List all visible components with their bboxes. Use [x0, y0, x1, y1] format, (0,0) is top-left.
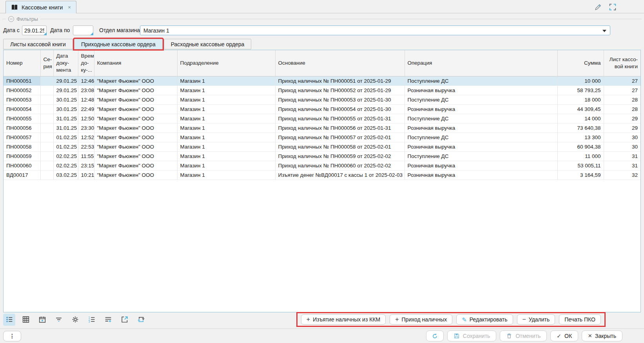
open-external-icon[interactable]	[118, 314, 131, 326]
edit-button[interactable]: ✎ Редактировать	[456, 314, 513, 325]
cell-company: "Маркет Фьюжен" ООО	[94, 123, 177, 132]
cell-company: "Маркет Фьюжен" ООО	[94, 104, 177, 114]
refresh-icon	[432, 333, 438, 339]
cell-company: "Маркет Фьюжен" ООО	[94, 95, 177, 104]
cell-department: Магазин 1	[177, 170, 275, 180]
cell-cashbook_sheet: 29	[604, 114, 640, 123]
cell-series	[40, 95, 53, 104]
close-button[interactable]: × Закрыть	[582, 330, 622, 341]
cell-amount: 13 300	[557, 132, 604, 142]
column-header-number[interactable]: Номер	[4, 50, 40, 76]
cell-cashbook_sheet: 28	[604, 104, 640, 114]
cell-department: Магазин 1	[177, 151, 275, 161]
cell-cashbook_sheet: 30	[604, 132, 640, 142]
cell-doc_time: 22:53	[78, 142, 94, 151]
cell-doc_time: 10:21	[78, 170, 94, 180]
more-menu-button[interactable]: ⋮	[3, 331, 21, 341]
date-to-corner-handle	[90, 32, 93, 35]
print-pko-button[interactable]: Печать ПКО	[559, 314, 601, 325]
table-row[interactable]: ПН00006002.02.2523:15"Маркет Фьюжен" ООО…	[4, 161, 640, 170]
plus-icon: +	[307, 316, 310, 323]
column-header-doc-date[interactable]: Дата доку- мента	[53, 50, 78, 76]
tab-close-icon[interactable]: ×	[68, 4, 71, 10]
cell-amount: 14 000	[557, 114, 604, 123]
cash-income-button[interactable]: + Приход наличных	[390, 314, 452, 325]
filters-group-header: Фильтры	[2, 16, 642, 22]
date-from-input[interactable]	[22, 25, 47, 35]
cancel-button[interactable]: Отменить	[500, 330, 547, 341]
cell-operation: Розничная выручка	[405, 123, 557, 132]
cell-operation: Поступление ДС	[405, 95, 557, 104]
table-row[interactable]: ПН00005229.01.2523:08"Маркет Фьюжен" ООО…	[4, 85, 640, 95]
refresh-button[interactable]	[426, 330, 444, 341]
column-header-company[interactable]: Компания	[94, 50, 177, 76]
book-icon	[11, 4, 18, 11]
cell-cashbook_sheet: 27	[604, 85, 640, 95]
table-row[interactable]: ПН00005330.01.2512:48"Маркет Фьюжен" ООО…	[4, 95, 640, 104]
edit-pencil-icon[interactable]	[594, 3, 602, 11]
cell-doc_time: 11:55	[78, 151, 94, 161]
trash-icon	[506, 333, 512, 339]
tab-cash-books[interactable]: Кассовые книги ×	[5, 1, 76, 13]
tab-title: Кассовые книги	[22, 4, 63, 11]
tab-incoming-cash-orders[interactable]: Приходные кассовые ордера	[74, 39, 163, 49]
cell-doc_time: 12:46	[78, 76, 94, 85]
fullscreen-icon[interactable]	[608, 3, 617, 11]
tab-cashbook-sheets[interactable]: Листы кассовой книги	[3, 39, 73, 49]
table-row[interactable]: ВД0001703.02.2510:21"Маркет Фьюжен" ОООМ…	[4, 170, 640, 180]
cell-doc_date: 31.01.25	[53, 123, 78, 132]
cell-doc_time: 23:30	[78, 123, 94, 132]
table-row[interactable]: ПН00005801.02.2522:53"Маркет Фьюжен" ООО…	[4, 142, 640, 151]
bullet-list-icon[interactable]	[3, 314, 15, 326]
table-row[interactable]: ПН00005631.01.2523:30"Маркет Фьюжен" ООО…	[4, 123, 640, 132]
table-header-row: Номер Се- рия Дата доку- мента Врем до- …	[4, 50, 640, 76]
cell-department: Магазин 1	[177, 161, 275, 170]
column-header-series[interactable]: Се- рия	[40, 50, 53, 76]
transfer-icon[interactable]	[135, 314, 147, 326]
cell-amount: 60 904,38	[557, 142, 604, 151]
gear-icon[interactable]	[69, 314, 81, 326]
numbered-list-icon[interactable]: 1 2 3	[85, 314, 98, 326]
cell-series	[40, 170, 53, 180]
cell-department: Магазин 1	[177, 85, 275, 95]
cell-basis: Приход наличных № ПН000060 от 2025-02-02	[275, 161, 405, 170]
cell-cashbook_sheet: 27	[604, 76, 640, 85]
minus-icon: −	[522, 316, 526, 323]
cell-amount: 53 005,11	[557, 161, 604, 170]
cell-doc_date: 01.02.25	[53, 132, 78, 142]
tab-outgoing-cash-orders[interactable]: Расходные кассовые ордера	[164, 39, 252, 49]
table-row[interactable]: ПН00005129.01.2512:46"Маркет Фьюжен" ООО…	[4, 76, 640, 85]
cell-amount: 10 000	[557, 76, 604, 85]
column-header-operation[interactable]: Операция	[405, 50, 557, 76]
calendar-plus-icon[interactable]	[36, 314, 48, 326]
department-select[interactable]: Магазин 1	[140, 25, 610, 35]
grid-icon[interactable]	[20, 314, 32, 326]
cell-series	[40, 132, 53, 142]
pencil-icon: ✎	[462, 317, 467, 323]
add-row-icon[interactable]	[102, 314, 114, 326]
column-header-department[interactable]: Подразделение	[177, 50, 275, 76]
cell-department: Магазин 1	[177, 114, 275, 123]
column-header-amount[interactable]: Сумма	[557, 50, 604, 76]
ok-button[interactable]: ✓ ОК	[550, 330, 578, 341]
save-button[interactable]: Сохранить	[447, 330, 497, 341]
cell-series	[40, 142, 53, 151]
table-row[interactable]: ПН00005701.02.2512:52"Маркет Фьюжен" ООО…	[4, 132, 640, 142]
delete-button[interactable]: − Удалить	[517, 314, 555, 325]
date-from-corner-handle	[44, 32, 47, 35]
cell-company: "Маркет Фьюжен" ООО	[94, 114, 177, 123]
cell-number: ПН000056	[4, 123, 40, 132]
table-row[interactable]: ПН00005430.01.2522:49"Маркет Фьюжен" ООО…	[4, 104, 640, 114]
collapse-filters-icon[interactable]	[8, 16, 14, 22]
cell-doc_date: 29.01.25	[53, 76, 78, 85]
table-row[interactable]: ПН00005531.01.2512:50"Маркет Фьюжен" ООО…	[4, 114, 640, 123]
column-header-basis[interactable]: Основание	[275, 50, 405, 76]
cell-cashbook_sheet: 28	[604, 95, 640, 104]
column-header-cashbook-sheet[interactable]: Лист кассо- вой книги	[604, 50, 640, 76]
filter-icon[interactable]	[53, 314, 65, 326]
column-header-doc-time[interactable]: Врем до- ку-...	[78, 50, 94, 76]
svg-text:3: 3	[88, 320, 90, 323]
withdraw-cash-kkm-button[interactable]: + Изъятие наличных из ККМ	[301, 314, 386, 325]
table-row[interactable]: ПН00005902.02.2511:55"Маркет Фьюжен" ООО…	[4, 151, 640, 161]
cell-company: "Маркет Фьюжен" ООО	[94, 142, 177, 151]
